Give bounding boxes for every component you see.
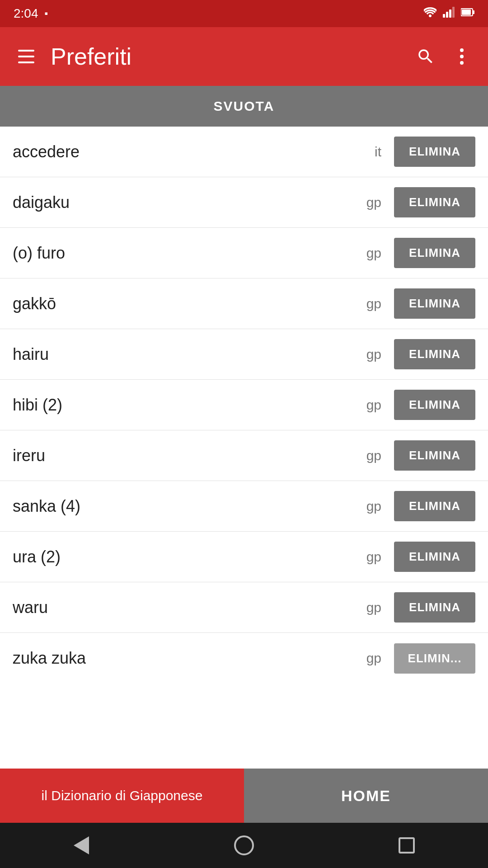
- list-item[interactable]: ireru gp ELIMINA: [0, 430, 488, 481]
- elimina-button[interactable]: ELIMINA: [394, 592, 475, 623]
- home-button[interactable]: HOME: [244, 769, 488, 823]
- item-lang: gp: [359, 397, 381, 413]
- item-word: gakkō: [13, 294, 359, 313]
- elimina-button[interactable]: ELIMIN...: [394, 643, 475, 674]
- dizionario-button[interactable]: il Dizionario di Giapponese: [0, 769, 244, 823]
- hamburger-line: [18, 50, 34, 52]
- app-bar: Preferiti: [0, 27, 488, 86]
- home-label: HOME: [341, 787, 391, 805]
- svg-rect-0: [443, 14, 445, 18]
- recent-button[interactable]: [391, 830, 422, 861]
- item-lang: gp: [359, 347, 381, 362]
- list-item[interactable]: daigaku gp ELIMINA: [0, 177, 488, 228]
- item-lang: gp: [359, 651, 381, 666]
- elimina-button[interactable]: ELIMINA: [394, 288, 475, 319]
- home-icon: [234, 835, 254, 855]
- sim-card-icon: ▪: [45, 8, 48, 19]
- hamburger-line: [18, 56, 34, 57]
- menu-button[interactable]: [13, 43, 40, 70]
- item-lang: gp: [359, 499, 381, 514]
- svg-rect-6: [473, 10, 474, 14]
- list-item[interactable]: ura (2) gp ELIMINA: [0, 532, 488, 582]
- item-word: accedere: [13, 142, 359, 161]
- item-word: waru: [13, 598, 359, 617]
- item-word: sanka (4): [13, 497, 359, 516]
- search-icon: [416, 47, 435, 66]
- status-bar: 2:04 ▪: [0, 0, 488, 27]
- item-lang: gp: [359, 296, 381, 311]
- item-lang: gp: [359, 195, 381, 210]
- more-options-button[interactable]: [448, 43, 475, 70]
- search-button[interactable]: [412, 43, 439, 70]
- system-nav-bar: [0, 823, 488, 868]
- back-button[interactable]: [66, 830, 97, 861]
- more-dots-icon: [460, 48, 464, 65]
- item-word: ireru: [13, 446, 359, 465]
- elimina-button[interactable]: ELIMINA: [394, 137, 475, 167]
- favorites-list: accedere it ELIMINA daigaku gp ELIMINA (…: [0, 127, 488, 769]
- list-item[interactable]: accedere it ELIMINA: [0, 127, 488, 177]
- list-item[interactable]: waru gp ELIMINA: [0, 582, 488, 633]
- item-lang: it: [359, 144, 381, 160]
- elimina-button[interactable]: ELIMINA: [394, 187, 475, 217]
- item-word: zuka zuka: [13, 649, 359, 668]
- svuota-label: SVUOTA: [214, 99, 275, 114]
- app-bar-actions: [412, 43, 475, 70]
- list-item[interactable]: sanka (4) gp ELIMINA: [0, 481, 488, 532]
- svg-rect-3: [452, 7, 455, 18]
- list-item[interactable]: hibi (2) gp ELIMINA: [0, 380, 488, 430]
- home-sys-button[interactable]: [228, 830, 260, 861]
- item-word: hibi (2): [13, 396, 359, 415]
- item-lang: gp: [359, 448, 381, 463]
- list-item[interactable]: hairu gp ELIMINA: [0, 329, 488, 380]
- item-word: (o) furo: [13, 244, 359, 263]
- list-item[interactable]: zuka zuka gp ELIMIN...: [0, 633, 488, 684]
- dizionario-label: il Dizionario di Giapponese: [42, 788, 203, 803]
- hamburger-line: [18, 61, 34, 63]
- elimina-button[interactable]: ELIMINA: [394, 440, 475, 471]
- item-word: hairu: [13, 345, 359, 364]
- elimina-button[interactable]: ELIMINA: [394, 339, 475, 369]
- page-title: Preferiti: [51, 43, 412, 70]
- battery-icon: [461, 8, 474, 19]
- elimina-button[interactable]: ELIMINA: [394, 390, 475, 420]
- list-item[interactable]: gakkō gp ELIMINA: [0, 278, 488, 329]
- svg-rect-5: [462, 9, 471, 15]
- item-lang: gp: [359, 245, 381, 261]
- item-word: ura (2): [13, 547, 359, 566]
- time-display: 2:04: [14, 6, 38, 21]
- recent-icon: [399, 837, 415, 854]
- svg-rect-1: [446, 12, 448, 18]
- back-icon: [74, 836, 89, 854]
- bottom-nav: il Dizionario di Giapponese HOME: [0, 769, 488, 823]
- svg-rect-2: [449, 9, 451, 18]
- elimina-button[interactable]: ELIMINA: [394, 491, 475, 521]
- item-lang: gp: [359, 549, 381, 565]
- wifi-icon: [424, 7, 436, 20]
- item-word: daigaku: [13, 193, 359, 212]
- item-lang: gp: [359, 600, 381, 615]
- svuota-button[interactable]: SVUOTA: [0, 86, 488, 127]
- list-item[interactable]: (o) furo gp ELIMINA: [0, 228, 488, 278]
- elimina-button[interactable]: ELIMINA: [394, 238, 475, 268]
- elimina-button[interactable]: ELIMINA: [394, 542, 475, 572]
- signal-icon: [443, 7, 455, 20]
